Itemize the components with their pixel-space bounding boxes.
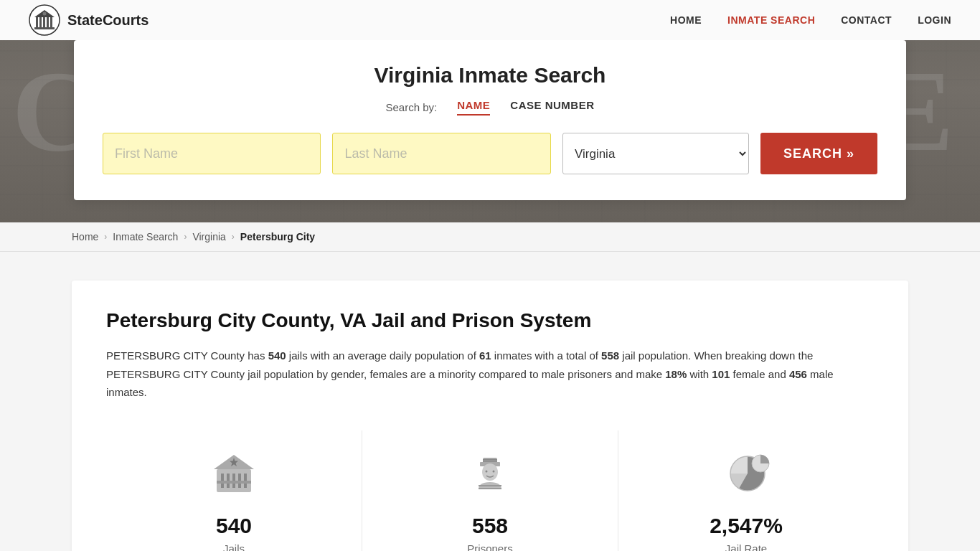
stat-prisoners: 558 Prisoners (362, 430, 618, 552)
description: PETERSBURG CITY County has 540 jails wit… (106, 347, 874, 402)
desc-5: with (687, 368, 712, 380)
svg-rect-26 (479, 488, 501, 489)
svg-rect-4 (47, 17, 49, 27)
svg-rect-25 (479, 485, 501, 486)
piechart-icon (717, 445, 775, 502)
svg-point-8 (43, 12, 47, 16)
breadcrumb-home[interactable]: Home (72, 231, 98, 242)
svg-rect-3 (43, 17, 45, 27)
first-name-input[interactable] (103, 133, 321, 174)
search-card: Virginia Inmate Search Search by: NAME C… (74, 40, 906, 200)
svg-point-23 (486, 470, 488, 472)
page-title: Petersburg City County, VA Jail and Pris… (106, 309, 874, 332)
last-name-input[interactable] (332, 133, 550, 174)
search-fields: Virginia SEARCH » (103, 133, 877, 174)
svg-rect-2 (39, 17, 42, 27)
jail-icon (205, 445, 263, 502)
logo-text: StateCourts (67, 12, 149, 29)
content-card: Petersburg City County, VA Jail and Pris… (72, 281, 908, 551)
prisoner-icon (461, 445, 519, 502)
nav-login[interactable]: LOGIN (918, 14, 951, 26)
main-content: Petersburg City County, VA Jail and Pris… (0, 252, 980, 551)
tab-case-number[interactable]: CASE NUMBER (510, 99, 594, 116)
breadcrumb-sep-3: › (232, 232, 235, 242)
stat-jailrate-number: 2,547% (710, 514, 783, 538)
breadcrumb-inmate-search[interactable]: Inmate Search (113, 231, 178, 242)
stats-row: 540 Jails (106, 430, 874, 552)
svg-point-22 (482, 463, 498, 481)
breadcrumb-current: Petersburg City (240, 231, 315, 242)
navbar: StateCourts HOME INMATE SEARCH CONTACT L… (0, 0, 980, 40)
search-tabs: Search by: NAME CASE NUMBER (103, 99, 877, 116)
nav-contact[interactable]: CONTACT (841, 14, 892, 26)
state-select[interactable]: Virginia (562, 133, 749, 174)
stat-prisoners-number: 558 (472, 514, 508, 538)
female-count: 101 (712, 368, 730, 380)
svg-rect-21 (483, 461, 497, 462)
svg-rect-5 (50, 17, 52, 27)
desc-2: jails with an average daily population o… (286, 349, 479, 362)
search-by-label: Search by: (385, 101, 437, 113)
female-pct: 18% (665, 368, 687, 380)
desc-1: PETERSBURG CITY County has (106, 349, 268, 362)
tab-name[interactable]: NAME (457, 99, 490, 116)
nav-inmate-search[interactable]: INMATE SEARCH (727, 14, 815, 26)
jails-count: 540 (268, 349, 286, 362)
svg-rect-1 (36, 17, 38, 27)
stat-jails-label: Jails (223, 542, 245, 552)
nav-links: HOME INMATE SEARCH CONTACT LOGIN (670, 14, 951, 26)
logo-area[interactable]: StateCourts (29, 4, 149, 36)
stat-prisoners-label: Prisoners (467, 542, 512, 552)
nav-home[interactable]: HOME (670, 14, 702, 26)
hero-section: COURTHOUSE StateCourts HOME (0, 0, 980, 222)
breadcrumb-sep-2: › (184, 232, 187, 242)
breadcrumb: Home › Inmate Search › Virginia › Peters… (0, 222, 980, 252)
logo-icon (29, 4, 60, 36)
daily-pop: 61 (479, 349, 491, 362)
stat-jailrate-label: Jail Rate (725, 542, 767, 552)
search-button[interactable]: SEARCH » (760, 133, 877, 174)
search-card-title: Virginia Inmate Search (103, 63, 877, 88)
stat-jailrate: 2,547% Jail Rate (618, 430, 874, 552)
stat-jails-number: 540 (216, 514, 252, 538)
svg-point-24 (493, 470, 495, 472)
desc-6: female and (730, 368, 789, 380)
total-pop: 558 (601, 349, 619, 362)
breadcrumb-sep-1: › (104, 232, 107, 242)
male-count: 456 (789, 368, 807, 380)
svg-rect-15 (217, 481, 251, 484)
stat-jails: 540 Jails (106, 430, 362, 552)
svg-rect-7 (34, 27, 55, 29)
breadcrumb-virginia[interactable]: Virginia (192, 231, 225, 242)
svg-rect-20 (483, 459, 497, 461)
desc-3: inmates with a total of (491, 349, 601, 362)
